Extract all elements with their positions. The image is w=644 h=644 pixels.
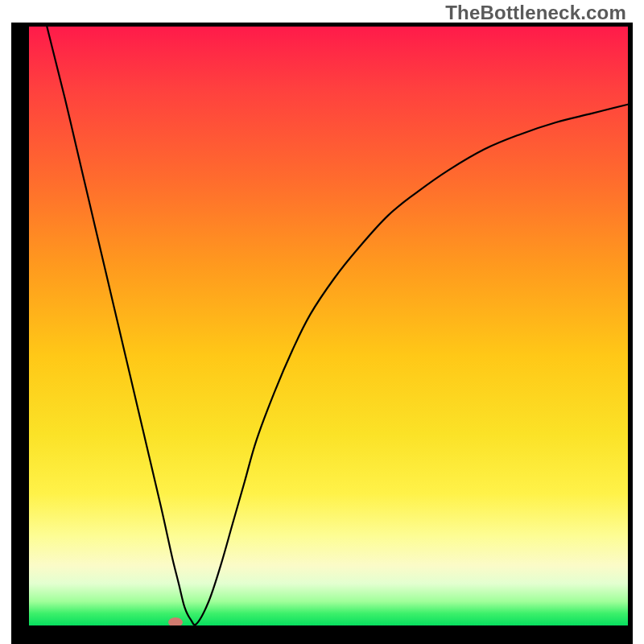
plot-area (29, 27, 628, 625)
chart-frame (11, 23, 633, 644)
optimal-marker (168, 617, 183, 625)
curve-svg (29, 27, 628, 625)
watermark-text: TheBottleneck.com (445, 2, 626, 24)
bottleneck-curve (47, 27, 628, 625)
root: TheBottleneck.com (0, 0, 644, 644)
